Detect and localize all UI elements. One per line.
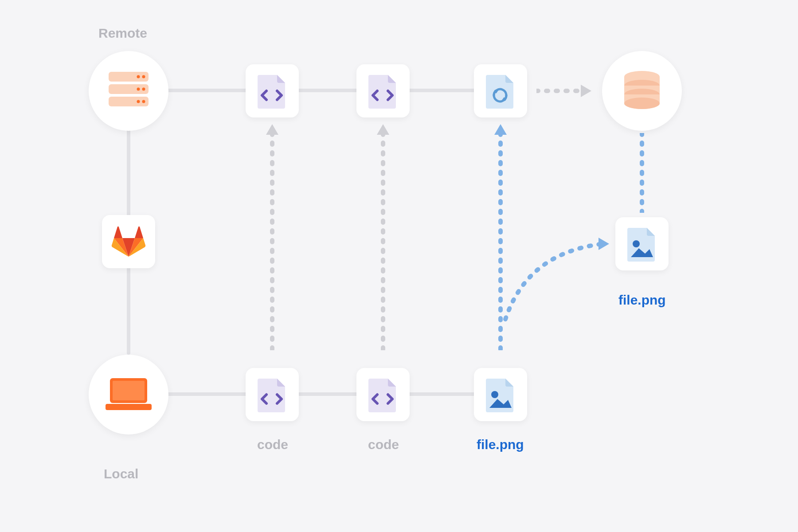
connector-vertical-server-gitlab [127, 129, 130, 222]
code-file-icon [258, 73, 287, 109]
svg-point-12 [137, 100, 140, 103]
svg-rect-15 [113, 381, 145, 400]
arrowhead-image-up [494, 124, 507, 135]
svg-point-21 [491, 391, 498, 398]
image-file-icon [486, 377, 515, 412]
dashed-arrow-db-to-image [638, 133, 646, 213]
diagram-canvas: Remote Local code code file.png file.png [0, 0, 798, 532]
local-image-file [474, 368, 527, 421]
dashed-arrow-sync-to-db [536, 86, 581, 95]
svg-point-9 [142, 75, 145, 78]
local-laptop-node [89, 355, 168, 434]
svg-rect-16 [106, 404, 152, 410]
arrowhead-sync-to-db [581, 85, 591, 97]
local-code-file-2 [356, 368, 410, 421]
code-file-icon [368, 73, 398, 109]
remote-server-node [89, 51, 168, 131]
svg-point-11 [142, 88, 145, 91]
arrowhead-code-2 [377, 124, 389, 135]
remote-code-file-1 [246, 64, 299, 117]
svg-point-8 [137, 75, 140, 78]
laptop-icon [102, 375, 155, 415]
code-label-1: code [257, 437, 288, 452]
dashed-arrow-code-2 [379, 133, 387, 350]
code-file-icon [258, 377, 287, 412]
gitlab-node [102, 215, 155, 268]
remote-database-node [602, 51, 682, 131]
file-png-local-label: file.png [477, 437, 524, 452]
connector-vertical-gitlab-laptop [127, 262, 130, 355]
remote-sync-file [474, 64, 527, 117]
local-code-file-1 [246, 368, 299, 421]
connector-bottom-row [160, 392, 488, 396]
arrowhead-code-1 [266, 124, 278, 135]
svg-point-10 [137, 88, 140, 91]
remote-image-file [615, 217, 669, 270]
connector-top-row [160, 89, 488, 92]
remote-label: Remote [98, 26, 147, 41]
sync-file-icon [486, 73, 515, 109]
svg-point-20 [624, 98, 660, 109]
svg-point-13 [142, 100, 145, 103]
remote-code-file-2 [356, 64, 410, 117]
svg-point-22 [633, 240, 640, 247]
image-file-icon [627, 226, 657, 262]
code-label-2: code [368, 437, 399, 452]
database-icon [620, 69, 664, 113]
server-icon [106, 71, 151, 111]
arrowhead-curve-to-remote [598, 238, 609, 250]
local-label: Local [104, 466, 138, 481]
gitlab-icon [111, 226, 146, 258]
dashed-curve-image-to-remote [501, 213, 616, 324]
file-png-remote-label: file.png [618, 293, 666, 308]
dashed-arrow-code-1 [268, 133, 277, 350]
code-file-icon [368, 377, 398, 412]
